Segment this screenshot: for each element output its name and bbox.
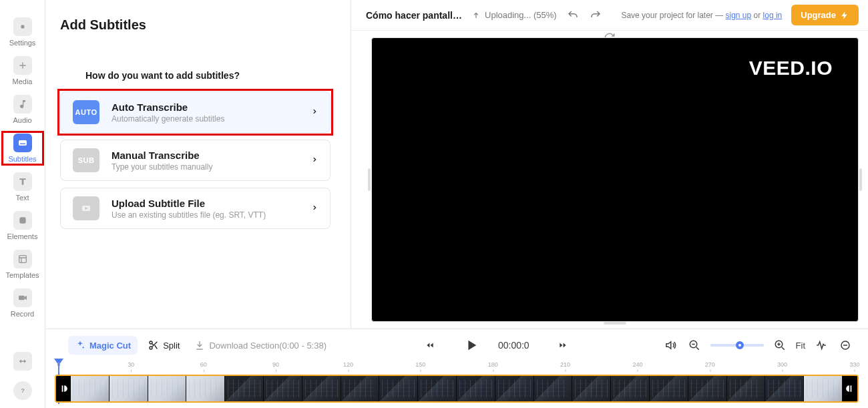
option-subtitle: Type your subtitles manually <box>112 162 299 172</box>
sidebar-item-label: Subtitles <box>8 155 36 163</box>
signup-link[interactable]: sign up <box>726 11 752 20</box>
file-badge-icon <box>73 196 99 220</box>
sidebar-item-settings[interactable]: Settings <box>4 17 41 47</box>
sidebar-item-label: Record <box>11 310 34 318</box>
undo-button[interactable] <box>566 7 580 23</box>
sidebar-item-label: Settings <box>9 39 36 47</box>
chevron-right-icon <box>311 203 318 214</box>
ruler-tick: 90 <box>272 361 279 368</box>
download-section-button[interactable]: Download Section(0:00 - 5:38) <box>190 336 331 355</box>
zoom-out-button[interactable] <box>686 337 702 353</box>
sidebar-item-label: Audio <box>13 116 31 124</box>
sidebar-item-templates[interactable]: Templates <box>4 250 41 279</box>
ruler-tick: 180 <box>488 361 498 368</box>
timeline-clip[interactable] <box>55 375 859 403</box>
option-subtitle: Use an existing subtitles file (eg. SRT,… <box>112 210 299 220</box>
upload-icon <box>471 11 481 20</box>
settings-cog-button[interactable] <box>837 337 853 353</box>
resize-handle-left[interactable] <box>368 168 371 191</box>
ruler-tick: 60 <box>200 361 207 368</box>
volume-button[interactable] <box>662 337 678 353</box>
split-button[interactable]: Split <box>144 336 184 355</box>
veed-watermark: VEED.IO <box>749 57 833 79</box>
download-icon <box>194 340 205 351</box>
option-upload-file[interactable]: Upload Subtitle File Use an existing sub… <box>60 188 331 229</box>
svg-rect-4 <box>19 296 25 300</box>
svg-rect-2 <box>19 217 25 223</box>
zoom-slider-thumb[interactable] <box>736 341 744 349</box>
sidebar-item-resize[interactable] <box>4 352 41 371</box>
timecode: 00:00:0 <box>498 340 529 351</box>
panel-prompt: How do you want to add subtitles? <box>85 70 331 81</box>
upgrade-button[interactable]: Upgrade <box>791 5 859 25</box>
sidebar-item-label: Elements <box>7 232 38 240</box>
sidebar-item-label: Text <box>15 194 29 202</box>
ruler-tick: 330 <box>849 361 859 368</box>
sidebar-item-label: Templates <box>5 271 39 279</box>
ruler-tick: 120 <box>343 361 353 368</box>
sidebar-item-label: Media <box>13 77 33 85</box>
camera-icon <box>13 288 32 307</box>
sidebar-item-help[interactable]: ? <box>4 381 41 400</box>
view-controls: Fit <box>662 337 853 353</box>
login-link[interactable]: log in <box>763 11 783 20</box>
resize-handle-bottom[interactable] <box>604 322 626 325</box>
chevron-right-icon <box>311 107 318 118</box>
ruler-tick: 300 <box>777 361 787 368</box>
topbar: Cómo hacer pantallas fi... Uploading... … <box>351 0 868 31</box>
bolt-icon <box>840 11 849 20</box>
sidebar-item-media[interactable]: Media <box>4 56 41 85</box>
text-icon <box>13 172 32 191</box>
ruler-tick: 30 <box>128 361 134 368</box>
zoom-in-button[interactable] <box>772 337 788 353</box>
redo-button[interactable] <box>589 7 602 23</box>
sidebar-item-text[interactable]: Text <box>4 172 41 202</box>
svg-rect-12 <box>62 385 63 391</box>
sidebar-item-subtitles[interactable]: Subtitles <box>4 134 41 163</box>
option-auto-transcribe[interactable]: AUTO Auto Transcribe Automatically gener… <box>60 91 331 133</box>
magic-cut-button[interactable]: Magic Cut <box>68 336 138 355</box>
ruler-tick: 150 <box>415 361 425 368</box>
ruler-tick: 0 <box>57 361 61 368</box>
subtitles-icon <box>13 134 32 152</box>
option-title: Manual Transcribe <box>112 150 299 161</box>
clip-frames <box>71 376 843 401</box>
ruler-tick: 210 <box>560 361 570 368</box>
project-title[interactable]: Cómo hacer pantallas fi... <box>366 10 462 21</box>
chevron-right-icon <box>311 155 318 166</box>
fit-label[interactable]: Fit <box>796 341 805 351</box>
ruler-tick: 270 <box>705 361 715 368</box>
timeline-footer: Magic Cut Split Download Section(0:00 - … <box>45 329 868 408</box>
layout-icon <box>13 250 32 268</box>
svg-rect-0 <box>19 140 27 146</box>
skip-forward-button[interactable] <box>555 337 571 353</box>
panel-title: Add Subtitles <box>60 17 331 33</box>
ruler-tick: 240 <box>632 361 642 368</box>
option-manual-transcribe[interactable]: SUB Manual Transcribe Type your subtitle… <box>60 140 331 181</box>
save-message: Save your project for later — sign up or… <box>621 11 782 20</box>
waveform-button[interactable] <box>813 337 829 353</box>
option-subtitle: Automatically generate subtitles <box>112 114 299 124</box>
zoom-slider[interactable] <box>710 344 764 347</box>
video-preview[interactable]: VEED.IO <box>371 37 859 322</box>
play-button[interactable] <box>463 337 479 353</box>
auto-badge-icon: AUTO <box>73 100 99 124</box>
timeline-ruler[interactable]: 0306090120150180210240270300330 <box>55 361 859 373</box>
svg-text:?: ? <box>21 387 25 394</box>
subtitles-panel: Add Subtitles How do you want to add sub… <box>45 0 351 329</box>
clip-handle-right[interactable] <box>843 376 857 401</box>
upload-status: Uploading... (55%) <box>471 10 557 20</box>
left-sidebar: Settings Media Audio Subtitles Text Elem… <box>0 0 45 408</box>
music-note-icon <box>13 95 32 114</box>
svg-rect-1 <box>20 144 25 144</box>
resize-icon <box>13 352 32 371</box>
resize-handle-right[interactable] <box>859 168 862 191</box>
skip-back-button[interactable] <box>422 337 438 353</box>
clip-handle-left[interactable] <box>56 376 71 401</box>
sidebar-item-elements[interactable]: Elements <box>4 211 41 240</box>
sidebar-item-audio[interactable]: Audio <box>4 95 41 124</box>
sidebar-item-record[interactable]: Record <box>4 288 41 318</box>
shapes-icon <box>13 211 32 230</box>
plus-icon <box>13 56 32 75</box>
scissors-icon <box>148 340 159 351</box>
